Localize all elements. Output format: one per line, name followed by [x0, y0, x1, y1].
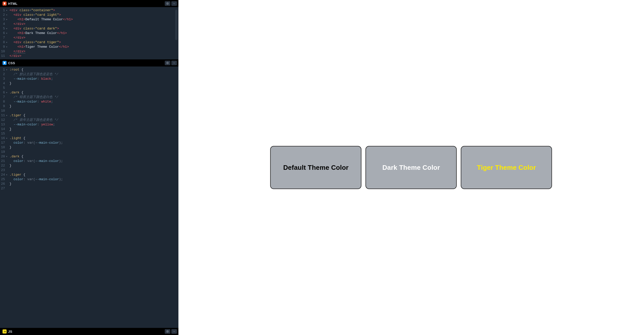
- panel-css-header: CSS: [0, 59, 178, 66]
- chevron-down-icon[interactable]: [171, 1, 177, 6]
- svg-point-3: [167, 331, 168, 332]
- panel-css-label: CSS: [8, 61, 15, 65]
- card-dark-heading: Dark Theme Color: [382, 164, 440, 172]
- html-icon: [3, 2, 7, 6]
- scrollbar-thumb[interactable]: [175, 10, 177, 40]
- card-light: Default Theme Color: [270, 146, 361, 189]
- preview-container: Default Theme Color Dark Theme Color Tig…: [178, 146, 644, 189]
- svg-text:JS: JS: [4, 331, 6, 333]
- panel-css-tools: [165, 61, 177, 65]
- code-editor-css[interactable]: 1 ▾2 3 4 5 6 ▾7 8 9 10 11 ▾12 13 14 15 1…: [0, 66, 178, 328]
- panel-js-label: JS: [8, 330, 12, 333]
- panel-html: HTML 1 ▾2 ▾3 ▾4 5 ▾6 ▾7 8 ▾9 ▾10 11 <div…: [0, 0, 178, 59]
- svg-point-0: [167, 3, 168, 4]
- card-light-heading: Default Theme Color: [283, 164, 348, 172]
- panel-js-header: JS JS: [0, 328, 178, 335]
- js-icon: JS: [3, 329, 7, 333]
- css-icon: [3, 61, 7, 65]
- chevron-down-icon[interactable]: [171, 61, 177, 65]
- card-dark: Dark Theme Color: [365, 146, 457, 189]
- panel-html-tools: [165, 1, 177, 6]
- preview-pane: Default Theme Color Dark Theme Color Tig…: [178, 0, 644, 335]
- chevron-down-icon[interactable]: [171, 329, 177, 334]
- gear-icon[interactable]: [165, 1, 170, 6]
- gear-icon[interactable]: [165, 329, 170, 334]
- card-tiger-heading: Tiger Theme Color: [477, 164, 536, 172]
- editor-column: HTML 1 ▾2 ▾3 ▾4 5 ▾6 ▾7 8 ▾9 ▾10 11 <div…: [0, 0, 178, 335]
- panel-js-tools: [165, 329, 177, 334]
- code-editor-html[interactable]: 1 ▾2 ▾3 ▾4 5 ▾6 ▾7 8 ▾9 ▾10 11 <div clas…: [0, 7, 178, 59]
- panel-css: CSS 1 ▾2 3 4 5 6 ▾7 8 9 10 11 ▾12 13 14 …: [0, 59, 178, 328]
- gear-icon[interactable]: [165, 61, 170, 65]
- panel-html-title[interactable]: HTML: [2, 2, 19, 6]
- panel-js-title[interactable]: JS JS: [2, 329, 13, 333]
- card-tiger: Tiger Theme Color: [461, 146, 552, 189]
- panel-html-label: HTML: [8, 2, 17, 6]
- panel-html-header: HTML: [0, 0, 178, 7]
- panel-css-title[interactable]: CSS: [2, 61, 16, 65]
- panel-js: JS JS: [0, 328, 178, 335]
- svg-point-1: [167, 63, 168, 63]
